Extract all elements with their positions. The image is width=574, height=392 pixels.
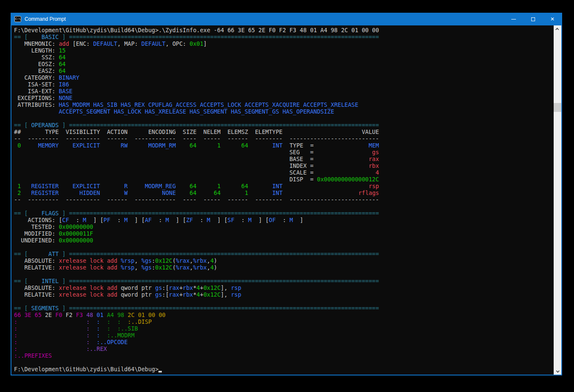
- console-text-segment: :: [111, 217, 125, 223]
- console-line: RELATIVE: xrelease lock add qword ptr gs…: [14, 291, 554, 298]
- console-text-segment: AF: [145, 217, 152, 223]
- console-line: -- --------- ---------- ------ ---------…: [14, 135, 554, 142]
- console-text-segment: ATT: [31, 250, 59, 257]
- console-text-segment: :: [86, 339, 90, 345]
- console-text-segment: :: [86, 318, 90, 325]
- console-text-segment: rbx: [183, 284, 193, 291]
- console-text-segment: ,: [190, 264, 193, 271]
- console-text-segment: ACTIONS: [: [14, 217, 62, 223]
- console-text-segment: [90, 318, 97, 325]
- console-text-segment: %gs: [141, 264, 152, 271]
- console-text-segment: [221, 142, 227, 149]
- console-text-segment: SCALE =: [14, 169, 375, 176]
- console-text-segment: [17, 345, 86, 352]
- console-text-segment: NONE: [59, 95, 73, 101]
- console-text-segment: %rbx: [193, 257, 207, 264]
- console-text-segment: ] [: [210, 217, 227, 223]
- console-text-segment: BINARY: [59, 74, 80, 81]
- console-text-segment: ] [: [169, 217, 186, 223]
- console-line: SSZ: 64: [14, 54, 554, 61]
- console-text-segment: rbx: [369, 162, 379, 169]
- minimize-button[interactable]: [504, 13, 523, 25]
- scrollbar[interactable]: [554, 25, 561, 375]
- console-text-segment: [283, 189, 358, 196]
- console-body: F:\Development\GitHub\zydis\Build64\Debu…: [11, 25, 561, 375]
- console-text-segment: 2E: [45, 311, 55, 318]
- console-text-segment: 0x000000000000012C: [317, 176, 379, 183]
- title-bar[interactable]: C:\ Command Prompt ✕: [11, 13, 562, 25]
- console-text-segment: %rsp: [121, 257, 135, 264]
- console-text-segment: SSZ:: [14, 54, 59, 61]
- console-text-segment: ABSOLUTE:: [14, 284, 59, 291]
- console-line: : : : : :..SIB: [14, 325, 554, 332]
- console-text-segment: 4: [210, 257, 214, 264]
- console-line: [14, 115, 554, 122]
- scroll-up-button[interactable]: [554, 25, 561, 33]
- console-text-segment: ] [: [128, 217, 145, 223]
- console-text-segment: ]: [293, 217, 303, 223]
- console-text-segment: gs: [155, 284, 162, 291]
- console-text-segment: +: [200, 284, 203, 291]
- console-text-segment: [100, 318, 107, 325]
- console-text-segment: :..MODRM: [107, 332, 135, 339]
- console-line: F:\Development\GitHub\zydis\Build64\Debu…: [14, 27, 554, 33]
- console-text-segment: PF: [103, 217, 110, 223]
- console-text-segment: 64: [227, 142, 248, 149]
- console-text-segment: rax: [369, 156, 379, 162]
- console-line: : : : : : :..DISP: [14, 318, 554, 325]
- console-text-segment: [17, 318, 86, 325]
- console-text-segment: :: [117, 318, 121, 325]
- console-text-segment: 4: [210, 264, 214, 271]
- console-text-segment: [90, 339, 97, 345]
- console-text-segment: [197, 189, 203, 196]
- console-text-segment: 0x12C: [155, 257, 172, 264]
- console-output[interactable]: F:\Development\GitHub\zydis\Build64\Debu…: [11, 25, 554, 375]
- console-text-segment: FLAGS: [31, 210, 59, 217]
- console-text-segment: gs: [372, 149, 379, 156]
- console-text-segment: (: [172, 264, 176, 271]
- console-text-segment: OPERANDS: [31, 122, 59, 128]
- console-text-segment: I86: [59, 81, 69, 88]
- console-text-segment: F0: [55, 311, 66, 318]
- console-text-segment: [90, 332, 97, 339]
- console-text-segment: 1: [14, 183, 21, 189]
- console-line: == [ OPERANDS ] ========================…: [14, 122, 554, 128]
- console-text-segment: gs: [155, 291, 162, 298]
- console-line: UNDEFINED: 0x00000000: [14, 237, 554, 244]
- console-line: -- --------- ---------- ------ ---------…: [14, 196, 554, 203]
- console-line: [14, 359, 554, 366]
- console-text-segment: ,: [135, 257, 141, 264]
- console-text-segment: [176, 189, 183, 196]
- console-text-segment: ],: [221, 284, 231, 291]
- console-text-segment: rsp: [231, 284, 241, 291]
- console-text-segment: add: [59, 40, 69, 47]
- maximize-icon: [531, 17, 535, 21]
- console-text-segment: rbx: [183, 291, 193, 298]
- console-text-segment: F:\Development\GitHub\zydis\Build64\Debu…: [14, 366, 158, 373]
- console-text-segment: == [: [14, 278, 31, 284]
- console-text-segment: [21, 183, 28, 189]
- console-text-segment: qword ptr: [121, 291, 155, 298]
- console-text-segment: EOSZ:: [14, 61, 59, 67]
- console-text-segment: 1: [203, 142, 221, 149]
- maximize-button[interactable]: [523, 13, 543, 25]
- window-title: Command Prompt: [25, 16, 504, 22]
- console-text-segment: [59, 183, 66, 189]
- close-button[interactable]: ✕: [543, 13, 562, 25]
- console-text-segment: *: [193, 284, 197, 291]
- console-text-segment: 0x01: [190, 40, 204, 47]
- console-text-segment: 0x0000011F: [59, 230, 93, 237]
- console-text-segment: ## TYPE VISIBILITY ACTION ENCODING SIZE …: [14, 128, 379, 135]
- console-text-segment: :: [14, 339, 17, 345]
- caption-buttons: ✕: [504, 13, 562, 25]
- console-text-segment: [100, 332, 107, 339]
- scroll-down-button[interactable]: [554, 367, 561, 375]
- console-text-segment: :[: [162, 284, 169, 291]
- console-text-segment: M: [289, 217, 293, 223]
- console-line: [14, 298, 554, 305]
- console-text-segment: [100, 142, 107, 149]
- console-text-segment: :..REX: [86, 345, 107, 352]
- console-text-segment: %gs: [141, 257, 152, 264]
- scrollbar-thumb[interactable]: [554, 103, 561, 112]
- console-text-segment: :: [193, 217, 207, 223]
